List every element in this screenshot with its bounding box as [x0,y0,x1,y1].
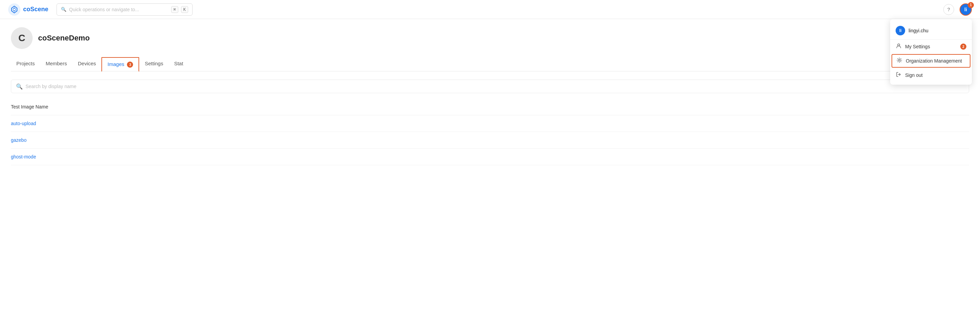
user-dropdown-menu: li lingyi.chu My Settings 2 Organization… [890,19,972,85]
tab-images-badge: 3 [127,62,133,68]
tab-devices[interactable]: Devices [73,57,102,72]
image-name-0: Test Image Name [11,104,48,110]
logo-icon [8,3,21,16]
tab-members[interactable]: Members [40,57,73,72]
header: coScene 🔍 Quick operations or navigate t… [0,0,980,19]
my-settings-badge: 2 [960,43,966,50]
my-settings-label: My Settings [905,44,930,49]
kbd-cmd: ⌘ [171,6,178,13]
logo-text: coScene [23,6,48,13]
tab-settings[interactable]: Settings [139,57,169,72]
image-item-3: ghost-mode [11,149,969,165]
person-icon [896,43,902,50]
org-management-label: Organization Management [906,58,962,64]
kbd-k: K [181,6,188,13]
global-search-bar[interactable]: 🔍 Quick operations or navigate to... ⌘ K [56,3,192,16]
main-content: C coSceneDemo Projects Members Devices I… [0,19,980,173]
tab-images[interactable]: Images 3 [102,57,139,72]
image-item-2: gazebo [11,132,969,149]
dropdown-sign-out[interactable]: Sign out [890,68,972,82]
org-header: C coSceneDemo [11,27,969,49]
image-item-1: auto-upload [11,115,969,132]
svg-point-3 [899,59,900,61]
gear-icon [896,57,902,64]
tab-projects[interactable]: Projects [11,57,40,72]
svg-point-2 [898,44,900,46]
dropdown-org-management[interactable]: Organization Management [891,54,970,68]
dropdown-header: li lingyi.chu [890,22,972,40]
image-link-3[interactable]: ghost-mode [11,154,36,159]
search-placeholder-text: Quick operations or navigate to... [69,7,169,12]
org-avatar: C [11,27,33,49]
image-link-1[interactable]: auto-upload [11,121,36,126]
tab-stat[interactable]: Stat [169,57,189,72]
dropdown-my-settings[interactable]: My Settings 2 [890,40,972,53]
search-icon-images: 🔍 [16,83,23,90]
search-icon: 🔍 [61,7,66,12]
logo[interactable]: coScene [8,3,48,16]
notification-badge: 1 [968,2,974,8]
dropdown-username: lingyi.chu [908,28,928,33]
sign-out-icon [896,72,902,79]
help-button[interactable]: ? [943,4,954,15]
header-right: ? li 1 [943,3,972,16]
org-name: coSceneDemo [38,34,90,43]
svg-point-1 [13,8,15,11]
image-item-0: Test Image Name [11,99,969,115]
tabs-bar: Projects Members Devices Images 3 Settin… [11,57,969,72]
image-list: Test Image Name auto-upload gazebo ghost… [11,99,969,165]
sign-out-label: Sign out [905,72,923,78]
dropdown-avatar: li [896,26,905,35]
user-avatar-button[interactable]: li 1 [959,3,972,16]
image-link-2[interactable]: gazebo [11,137,27,143]
image-search-input[interactable] [25,84,964,89]
image-search-container: 🔍 [11,79,969,93]
